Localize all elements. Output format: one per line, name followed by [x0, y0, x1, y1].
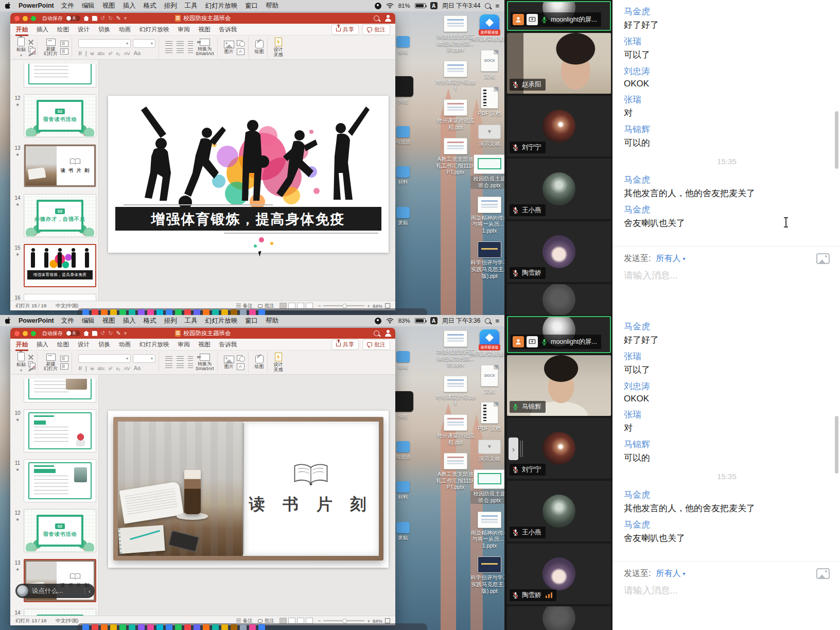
redo-icon[interactable]: ↻: [108, 15, 113, 21]
share-button[interactable]: 共享: [331, 339, 359, 350]
dock-app-icon[interactable]: [147, 309, 154, 315]
participant-tile[interactable]: moonlight的屏...: [507, 316, 611, 353]
ribbon-tab[interactable]: 设计: [77, 24, 90, 35]
comments-button[interactable]: 批注: [362, 339, 390, 350]
desktop-icon[interactable]: 增强优质意识正确把握当的国...势.pptx: [435, 15, 476, 53]
panel-expand-button[interactable]: ›: [509, 437, 518, 460]
menubar-clock[interactable]: 周日 下午3:36: [442, 317, 481, 325]
search-icon[interactable]: [374, 15, 379, 21]
autosave-toggle[interactable]: 关: [66, 15, 80, 21]
font-style-icon[interactable]: Aa: [134, 365, 141, 371]
ribbon-tab[interactable]: 开始: [15, 339, 28, 350]
ribbon-tab[interactable]: 幻灯片放映: [139, 339, 170, 350]
quick-chat-placeholder[interactable]: 说点什么...: [32, 587, 81, 596]
desktop-icon[interactable]: 与法治: [395, 441, 415, 460]
apple-icon[interactable]: [5, 2, 11, 9]
desktop-icon[interactable]: 板格: [395, 36, 415, 55]
layout-icon[interactable]: [60, 356, 68, 362]
participant-tile[interactable]: 陶雪娇: [507, 221, 611, 282]
desktop-icon[interactable]: 老师极速版腾讯课堂极速版: [470, 14, 504, 42]
align-left-icon[interactable]: [165, 48, 172, 54]
desktop-icon[interactable]: DOCX文稿: [470, 365, 504, 395]
font-name-combo[interactable]: ▾: [78, 354, 131, 363]
home-icon[interactable]: [83, 16, 89, 21]
zoom-in-icon[interactable]: +: [367, 618, 370, 624]
dock-app-icon[interactable]: [212, 309, 219, 315]
font-style-icon[interactable]: x₂: [116, 51, 120, 56]
numbered-list-icon[interactable]: [177, 41, 184, 46]
dock-app-icon[interactable]: [184, 624, 191, 630]
ribbon-tab[interactable]: 插入: [36, 339, 49, 350]
dock-app-icon[interactable]: [194, 309, 200, 315]
dock-app-icon[interactable]: [221, 624, 228, 630]
ribbon-tab[interactable]: 幻灯片放映: [139, 24, 170, 35]
apple-icon[interactable]: [5, 317, 11, 324]
ribbon-tab[interactable]: 切换: [98, 339, 111, 350]
ribbon-tab[interactable]: 插入: [36, 24, 49, 35]
input-method-icon[interactable]: A: [430, 317, 437, 324]
menubar-menu-item[interactable]: 格式: [144, 317, 156, 325]
zoom-out-icon[interactable]: −: [318, 618, 321, 624]
menubar-clock[interactable]: 周日 下午3:44: [442, 2, 481, 10]
dock-app-icon[interactable]: [203, 309, 209, 315]
ribbon-tab[interactable]: 切换: [98, 24, 111, 35]
account-icon[interactable]: [384, 330, 391, 337]
zoom-slider-knob[interactable]: [342, 619, 347, 623]
dock-app-icon[interactable]: [156, 624, 163, 630]
dock-app-icon[interactable]: [175, 624, 182, 630]
participant-tile[interactable]: 马锦辉: [507, 355, 611, 416]
share-button[interactable]: 共享: [331, 24, 359, 35]
participant-tile[interactable]: 王小燕: [507, 481, 611, 541]
indent-icon[interactable]: [188, 356, 193, 361]
text-box-icon[interactable]: A: [237, 48, 244, 55]
pen-check-icon[interactable]: ✎: [116, 15, 120, 21]
desktop-icon[interactable]: 对分课堂讨论流程.ppt: [435, 414, 476, 445]
dock-app-icon[interactable]: [240, 309, 247, 315]
dock-app-icon[interactable]: [231, 624, 237, 630]
ribbon-tab[interactable]: 设计: [77, 339, 90, 350]
section-icon[interactable]: [60, 48, 68, 55]
participant-tile[interactable]: 陶雪娇: [507, 544, 611, 604]
slide-thumbnail[interactable]: 11★: [11, 459, 96, 502]
chat-scrollbar[interactable]: [835, 416, 838, 474]
font-style-icon[interactable]: I: [85, 50, 87, 56]
menubar-menu-item[interactable]: 文件: [61, 2, 74, 10]
slide-thumbnail[interactable]: 14★ 03亦德亦才，自强不息: [11, 194, 96, 237]
font-size-combo[interactable]: ▾: [133, 39, 155, 48]
picture-button[interactable]: 图片: [224, 356, 234, 369]
dock-app-icon[interactable]: [166, 624, 172, 630]
dock-app-icon[interactable]: [231, 309, 237, 315]
menubar-menu-item[interactable]: 编辑: [82, 317, 95, 325]
spotlight-search-icon[interactable]: [485, 3, 491, 9]
menubar-menu-item[interactable]: 文件: [61, 317, 74, 325]
dock-app-icon[interactable]: [249, 624, 256, 630]
send-image-button[interactable]: [816, 568, 830, 579]
line-spacing-icon[interactable]: [188, 48, 193, 54]
ribbon-tab[interactable]: 开始: [15, 24, 28, 35]
fit-slide-icon[interactable]: [385, 618, 390, 623]
desktop-icon[interactable]: 快照: [395, 76, 415, 104]
current-slide[interactable]: 读 书 片 刻: [108, 411, 389, 568]
font-style-icon[interactable]: x²: [109, 366, 113, 371]
dock-app-icon[interactable]: [110, 309, 117, 315]
dock-app-icon[interactable]: [82, 624, 89, 630]
wifi-icon[interactable]: [386, 318, 394, 324]
dock-app-icon[interactable]: [156, 309, 163, 315]
paste-button[interactable]: 粘贴▾: [16, 37, 26, 58]
participant-tile[interactable]: [507, 284, 611, 315]
paste-button[interactable]: 粘贴▾: [16, 352, 26, 373]
menubar-menu-item[interactable]: 插入: [123, 317, 136, 325]
slide-thumbnail[interactable]: 13★ 读 书 片 刻: [11, 144, 96, 187]
wifi-icon[interactable]: [386, 3, 394, 9]
autosave-toggle[interactable]: 关: [66, 330, 80, 336]
save-icon[interactable]: [92, 331, 97, 336]
menubar-menu-item[interactable]: 格式: [144, 2, 156, 10]
cut-icon[interactable]: [28, 40, 33, 45]
input-method-icon[interactable]: A: [430, 2, 437, 9]
slide-canvas[interactable]: 增强体育锻炼，提高身体免疫: [99, 60, 395, 301]
dock-app-icon[interactable]: [101, 624, 108, 630]
menubar-menu-item[interactable]: 幻灯片放映: [205, 317, 238, 325]
menubar-menu-item[interactable]: 帮助: [266, 2, 278, 10]
home-icon[interactable]: [83, 331, 89, 336]
chat-scrollbar[interactable]: [835, 111, 838, 169]
